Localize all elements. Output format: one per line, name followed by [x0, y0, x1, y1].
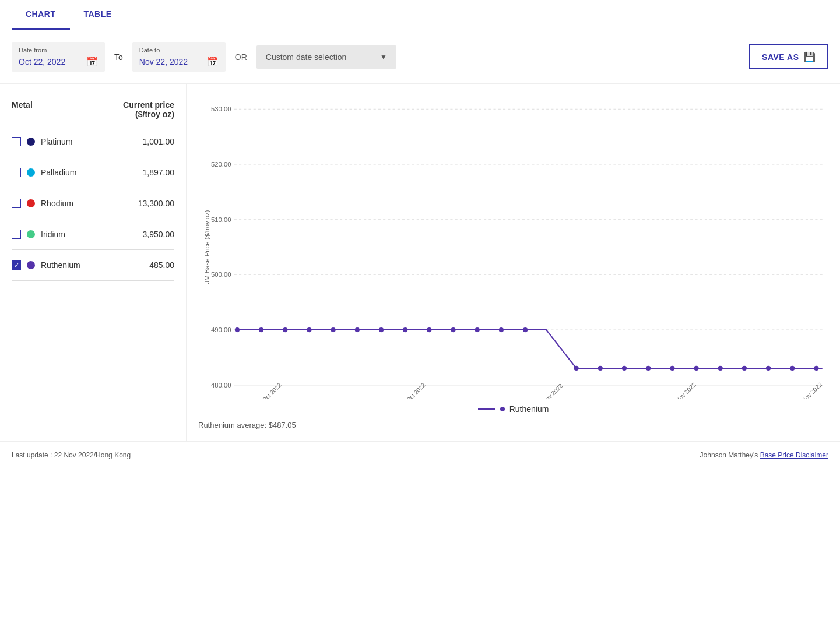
metal-table: Metal Current price ($/troy oz) Platinum… [12, 96, 174, 281]
price-platinum: 1,001.00 [143, 137, 175, 146]
date-from-field[interactable]: Date from Oct 22, 2022 📅 [12, 42, 105, 72]
or-label: OR [235, 52, 247, 62]
chart-dot [694, 366, 698, 371]
dot-ruthenium [27, 261, 35, 269]
chart-dot [766, 366, 771, 371]
average-text: Ruthenium average: $487.05 [198, 421, 828, 429]
metal-row-rhodium: Rhodium13,300.00 [12, 188, 174, 219]
ruthenium-line [237, 330, 823, 368]
checkbox-platinum[interactable] [12, 137, 21, 146]
tab-chart[interactable]: CHART [12, 0, 70, 30]
price-iridium: 3,950.00 [143, 230, 175, 239]
checkbox-iridium[interactable] [12, 230, 21, 239]
save-as-label: SAVE AS [762, 52, 799, 62]
chart-dot [598, 366, 603, 371]
name-ruthenium: Ruthenium [41, 260, 143, 270]
last-update-text: Last update : 22 Nov 2022/Hong Kong [12, 451, 131, 459]
metal-table-header: Metal Current price ($/troy oz) [12, 96, 174, 126]
main-content: Metal Current price ($/troy oz) Platinum… [0, 84, 840, 441]
chart-dot [475, 327, 480, 332]
chart-dot [451, 327, 455, 332]
name-rhodium: Rhodium [41, 199, 132, 208]
date-to-calendar-icon[interactable]: 📅 [207, 56, 219, 67]
chart-dot [814, 366, 818, 371]
date-to-label: Date to [139, 47, 219, 54]
chart-container: JM Base Price ($/troy oz) 530.00 520.00 … [198, 96, 828, 399]
name-iridium: Iridium [41, 230, 137, 239]
y-tick-510: 510.00 [211, 216, 231, 223]
metal-col-header: Metal [12, 100, 33, 119]
disclaimer-prefix: Johnson Matthey's [700, 451, 760, 459]
chart-dot [646, 366, 651, 371]
to-separator: To [114, 52, 123, 62]
chart-dot [427, 327, 431, 332]
metal-row-ruthenium: Ruthenium485.00 [12, 250, 174, 281]
x-tick-24oct: 24 Oct 2022 [255, 382, 283, 399]
chart-dot [742, 366, 747, 371]
name-platinum: Platinum [41, 137, 137, 146]
custom-date-label: Custom date selection [266, 52, 347, 62]
chart-dot [523, 327, 528, 332]
y-tick-520: 520.00 [211, 161, 231, 168]
save-as-button[interactable]: SAVE AS 💾 [749, 44, 828, 69]
legend-label: Ruthenium [509, 404, 549, 414]
dot-iridium [27, 230, 35, 238]
date-from-label: Date from [19, 47, 98, 54]
metal-rows: Platinum1,001.00Palladium1,897.00Rhodium… [12, 126, 174, 281]
price-rhodium: 13,300.00 [138, 199, 174, 208]
chart-dot [259, 327, 263, 332]
y-tick-500: 500.00 [211, 271, 231, 278]
chart-dot [670, 366, 674, 371]
custom-date-dropdown[interactable]: Custom date selection ▼ [256, 45, 396, 69]
price-col-header: Current price ($/troy oz) [123, 100, 174, 119]
tabs-bar: CHART TABLE [0, 0, 840, 30]
y-tick-530: 530.00 [211, 105, 231, 112]
legend-line [478, 408, 495, 410]
controls-bar: Date from Oct 22, 2022 📅 To Date to Nov … [0, 30, 840, 84]
chart-legend: Ruthenium [198, 404, 828, 414]
footer: Last update : 22 Nov 2022/Hong Kong John… [0, 441, 840, 468]
chart-dot [307, 327, 311, 332]
chart-dot [403, 327, 407, 332]
checkbox-ruthenium[interactable] [12, 260, 21, 270]
left-panel: Metal Current price ($/troy oz) Platinum… [0, 84, 187, 441]
date-to-value: Nov 22, 2022 [139, 57, 188, 66]
tab-table[interactable]: TABLE [70, 0, 126, 30]
price-palladium: 1,897.00 [143, 168, 175, 177]
chevron-down-icon: ▼ [380, 53, 387, 61]
x-tick-14nov: 14 Nov 2022 [669, 381, 697, 399]
date-from-calendar-icon[interactable]: 📅 [86, 56, 98, 67]
disclaimer-text: Johnson Matthey's Base Price Disclaimer [700, 451, 828, 459]
metal-row-iridium: Iridium3,950.00 [12, 219, 174, 250]
price-chart: JM Base Price ($/troy oz) 530.00 520.00 … [198, 96, 828, 399]
chart-dot [331, 327, 336, 332]
chart-dot [718, 366, 723, 371]
chart-dot [235, 327, 240, 332]
dot-rhodium [27, 199, 35, 207]
chart-dot [574, 366, 578, 371]
date-to-field[interactable]: Date to Nov 22, 2022 📅 [132, 42, 226, 72]
x-tick-31oct: 31 Oct 2022 [399, 382, 427, 399]
legend-dot [500, 407, 505, 411]
checkbox-palladium[interactable] [12, 168, 21, 177]
chart-dot [379, 327, 384, 332]
y-axis-label: JM Base Price ($/troy oz) [203, 210, 210, 284]
y-tick-480: 480.00 [211, 382, 231, 389]
chart-dot [790, 366, 795, 371]
price-ruthenium: 485.00 [149, 260, 174, 270]
y-tick-490: 490.00 [211, 326, 231, 333]
chart-dot [622, 366, 627, 371]
disclaimer-link[interactable]: Base Price Disclaimer [760, 451, 828, 459]
chart-dot [499, 327, 504, 332]
dot-palladium [27, 168, 35, 177]
save-icon: 💾 [804, 51, 816, 62]
chart-dot [283, 327, 287, 332]
metal-row-platinum: Platinum1,001.00 [12, 126, 174, 157]
name-palladium: Palladium [41, 168, 137, 177]
date-from-value: Oct 22, 2022 [19, 57, 65, 66]
metal-row-palladium: Palladium1,897.00 [12, 157, 174, 188]
chart-panel: JM Base Price ($/troy oz) 530.00 520.00 … [187, 84, 840, 441]
chart-dot [355, 327, 360, 332]
checkbox-rhodium[interactable] [12, 199, 21, 208]
x-tick-21nov: 21 Nov 2022 [795, 381, 823, 399]
